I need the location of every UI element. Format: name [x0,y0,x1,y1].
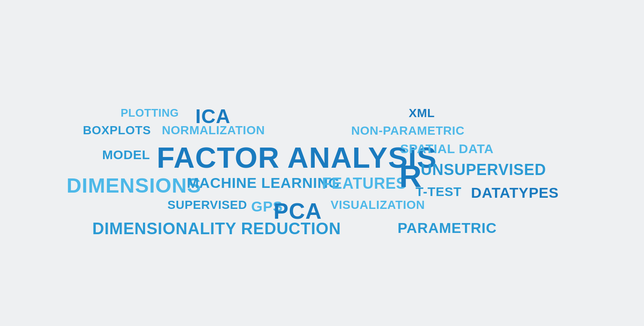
word-visualization: VISUALIZATION [331,198,425,212]
word-features: FEATURES [322,175,407,193]
word-boxplots: BOXPLOTS [83,124,151,137]
word-non-parametric: NON-PARAMETRIC [351,124,465,138]
word-factor-analysis: FACTOR ANALYSIS [157,141,437,174]
word-machine-learning: MACHINE LEARNING [187,175,340,191]
word-dimensionality-reduction: DIMENSIONALITY REDUCTION [92,220,341,238]
word-parametric: PARAMETRIC [398,220,497,236]
word-datatypes: DATATYPES [471,184,559,201]
word-dimensions: DIMENSIONS [67,174,201,197]
word-supervised: SUPERVISED [167,198,247,212]
word-spatial-data: SPATIAL DATA [400,142,494,156]
word-t-test: T-TEST [416,184,462,199]
word-unsupervised: UNSUPERVISED [421,161,546,179]
word-normalization: NORMALIZATION [162,124,265,137]
word-plotting: PLOTTING [121,106,179,120]
word-model: MODEL [102,148,150,162]
word-xml: XML [409,106,435,120]
word-cloud: FACTOR ANALYSISMODELDIMENSIONSMACHINE LE… [0,0,644,326]
